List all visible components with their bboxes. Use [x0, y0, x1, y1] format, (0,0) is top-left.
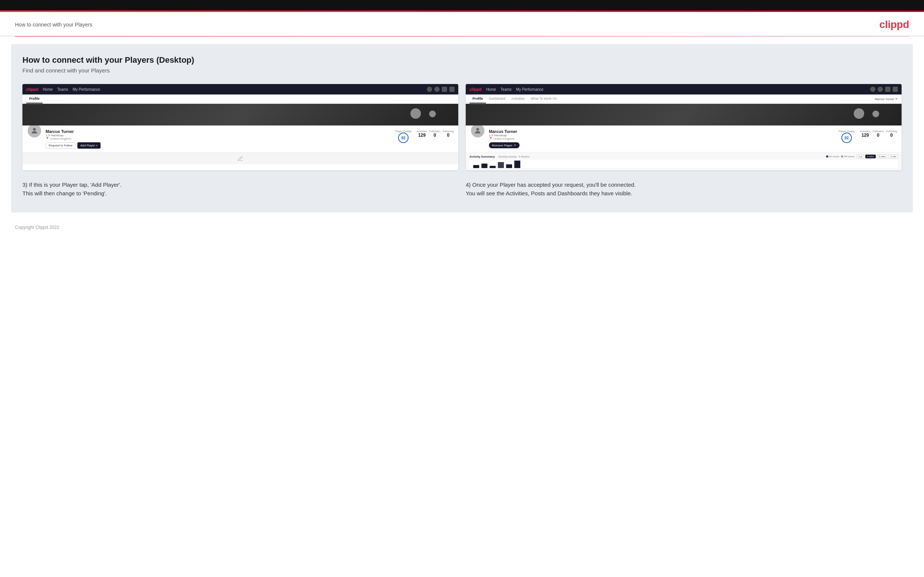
- right-mock-navbar: clippd Home Teams My Performance: [466, 84, 901, 95]
- right-profile-section: Marcus Turner 1-5 Handicap 📍United Kingd…: [466, 126, 901, 152]
- search-icon[interactable]: [427, 87, 432, 92]
- activity-legend: On course Off course: [826, 155, 855, 158]
- legend-offcourse: Off course: [841, 155, 855, 158]
- chart-bar-4: [498, 162, 504, 168]
- right-mock-banner: [466, 104, 901, 126]
- top-bar: [0, 0, 924, 10]
- header-divider: [15, 36, 909, 37]
- desc-right-text: 4) Once your Player has accepted your re…: [466, 181, 901, 198]
- banner-circle-2: [429, 111, 436, 117]
- chart-bar-2: [481, 164, 488, 168]
- left-profile-section: Marcus Turner 1-5 Handicap 📍United Kingd…: [23, 126, 458, 152]
- activity-chart: [470, 160, 898, 168]
- settings-icon[interactable]: [442, 87, 447, 92]
- right-search-icon[interactable]: [870, 87, 876, 92]
- desc-left-text: 3) If this is your Player tap, 'Add Play…: [23, 181, 458, 198]
- period-6mths[interactable]: 6 mths: [865, 155, 876, 158]
- svg-point-0: [33, 128, 36, 131]
- right-user-icon[interactable]: [878, 87, 883, 92]
- period-filters: 1 yr 6 mths 3 mths 1 mth: [857, 155, 898, 158]
- right-stat-followers: Followers 0: [872, 130, 884, 138]
- legend-oncourse: On course: [826, 155, 840, 158]
- right-stat-following: Following 0: [886, 130, 897, 138]
- stat-followers: Followers 0: [429, 130, 440, 138]
- left-tab-profile[interactable]: Profile: [26, 95, 43, 103]
- left-profile-row: Marcus Turner 1-5 Handicap 📍United Kingd…: [27, 129, 454, 148]
- left-avatar: [27, 123, 42, 138]
- right-nav-myperformance[interactable]: My Performance: [516, 87, 543, 92]
- activity-header: Activity Summary Monthly Activity · 6 Mo…: [470, 155, 898, 158]
- period-1mth[interactable]: 1 mth: [888, 155, 898, 158]
- left-mock-banner: [23, 104, 458, 126]
- right-banner-circle-2: [872, 111, 879, 117]
- chart-bar-5: [506, 164, 512, 168]
- screenshot-card-right: clippd Home Teams My Performance Profile…: [466, 84, 901, 170]
- right-player-name: Marcus Turner: [489, 129, 832, 134]
- user-icon[interactable]: [435, 87, 439, 92]
- desc-left: 3) If this is your Player tap, 'Add Play…: [23, 181, 458, 198]
- left-nav-myperformance[interactable]: My Performance: [73, 87, 100, 92]
- left-nav-teams[interactable]: Teams: [57, 87, 68, 92]
- left-mock-navbar: clippd Home Teams My Performance: [23, 84, 458, 95]
- left-pencil-area: [23, 152, 458, 164]
- copyright-text: Copyright Clippd 2022: [15, 225, 60, 230]
- quality-circle: 92: [398, 132, 409, 143]
- right-tab-whattoon[interactable]: What To Work On: [528, 95, 560, 103]
- activity-summary: Activity Summary Monthly Activity · 6 Mo…: [466, 152, 901, 170]
- left-mock-logo: clippd: [26, 87, 38, 92]
- add-player-button[interactable]: Add Player +: [78, 142, 100, 148]
- right-player-dropdown[interactable]: Marcus Turner: [875, 97, 898, 101]
- desc-right: 4) Once your Player has accepted your re…: [466, 181, 901, 198]
- right-stats-row: Activities 129 Followers 0 Following 0: [860, 130, 897, 138]
- banner-circle-1: [410, 108, 421, 119]
- left-action-buttons: Request to Follow Add Player +: [45, 142, 388, 148]
- right-player-quality: Player Quality 92: [838, 130, 855, 143]
- breadcrumb: How to connect with your Players: [15, 22, 92, 27]
- left-mock-tabs: Profile: [23, 95, 458, 104]
- globe-icon[interactable]: [449, 87, 454, 92]
- right-settings-icon[interactable]: [885, 87, 890, 92]
- right-profile-row: Marcus Turner 1-5 Handicap 📍United Kingd…: [470, 129, 897, 148]
- right-globe-icon[interactable]: [893, 87, 898, 92]
- left-player-name: Marcus Turner: [45, 129, 388, 134]
- right-nav-icons: [870, 87, 898, 92]
- activity-period: Monthly Activity · 6 Months: [499, 155, 530, 158]
- screenshots-row: clippd Home Teams My Performance Profile: [23, 84, 901, 170]
- activity-title: Activity Summary: [470, 155, 495, 158]
- chart-bar-6: [514, 161, 520, 168]
- page-header: How to connect with your Players clippd: [0, 12, 924, 36]
- chart-bar-3: [489, 166, 496, 168]
- right-tab-dashboard[interactable]: Dashboard: [486, 95, 508, 103]
- left-location: 📍United Kingdom: [45, 137, 388, 140]
- page-title: How to connect with your Players (Deskto…: [23, 55, 901, 65]
- left-player-quality: Player Quality 92: [395, 130, 412, 143]
- request-follow-button[interactable]: Request to Follow: [45, 142, 76, 148]
- right-quality-circle: 92: [842, 132, 852, 143]
- page-footer: Copyright Clippd 2022: [0, 220, 924, 238]
- left-stats-row: Activities 129 Followers 0 Following 0: [417, 130, 454, 138]
- right-mock-logo: clippd: [470, 87, 481, 92]
- right-nav-teams[interactable]: Teams: [501, 87, 511, 92]
- right-location: 📍United Kingdom: [489, 137, 832, 140]
- stat-following: Following 0: [443, 130, 454, 138]
- chart-bar-1: [473, 165, 479, 168]
- right-tab-activities[interactable]: Activities: [508, 95, 528, 103]
- clippd-logo: clippd: [880, 19, 909, 31]
- period-1yr[interactable]: 1 yr: [857, 155, 864, 158]
- right-tab-profile[interactable]: Profile: [470, 95, 486, 103]
- period-3mths[interactable]: 3 mths: [877, 155, 887, 158]
- right-stat-activities: Activities 129: [860, 130, 871, 138]
- left-nav-home[interactable]: Home: [43, 87, 53, 92]
- remove-player-button[interactable]: Remove Player ✕: [489, 142, 520, 148]
- left-nav-icons: [427, 87, 454, 92]
- descriptions-row: 3) If this is your Player tap, 'Add Play…: [23, 181, 901, 198]
- screenshot-card-left: clippd Home Teams My Performance Profile: [23, 84, 458, 170]
- main-content: How to connect with your Players (Deskto…: [11, 44, 913, 213]
- left-handicap: 1-5 Handicap: [45, 134, 388, 137]
- right-banner-circle-1: [854, 108, 864, 119]
- right-tabs-left: Profile Dashboard Activities What To Wor…: [470, 95, 560, 103]
- oncourse-dot: [826, 155, 828, 158]
- right-handicap: 1-5 Handicap: [489, 134, 832, 137]
- right-nav-home[interactable]: Home: [486, 87, 496, 92]
- svg-point-1: [476, 128, 479, 131]
